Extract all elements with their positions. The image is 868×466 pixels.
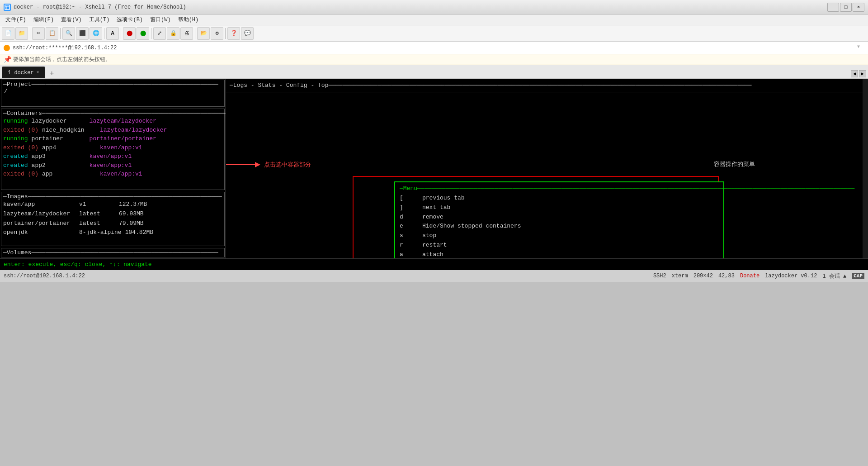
status-2: running — [3, 134, 28, 143]
images-title: ─Images─────────────────────────────────… — [3, 193, 222, 200]
image-row-1: lazyteam/lazydocker latest 69.93MB — [3, 209, 222, 219]
toolbar-print[interactable]: 🖨 — [180, 27, 193, 40]
image-1: lazyteam/lazydocker — [100, 126, 167, 135]
close-button[interactable]: × — [853, 3, 864, 12]
container-row-2[interactable]: running portainer portainer/portainer — [3, 134, 222, 143]
desc-3: Hide/Show stopped containers — [422, 222, 521, 231]
toolbar-chat[interactable]: 💬 — [241, 27, 254, 40]
toolbar-settings[interactable]: ⚙ — [211, 27, 223, 40]
maximize-button[interactable]: □ — [840, 3, 852, 12]
menu-item-0[interactable]: [ previous tab — [400, 194, 719, 203]
tab-close-icon[interactable]: × — [37, 70, 39, 75]
container-row-6[interactable]: exited (0) app kaven/app:v1 — [3, 170, 222, 179]
toolbar-sep-4 — [121, 28, 121, 39]
image-row-3: openjdk 8-jdk-alpine 104.82MB — [3, 228, 222, 238]
menu-view[interactable]: 查看(V) — [57, 15, 85, 24]
scroll-left-arrow[interactable]: ◀ — [851, 70, 858, 77]
menu-item-2[interactable]: d remove — [400, 213, 719, 222]
status-5: created — [3, 161, 28, 170]
img-size-1: 69.93MB — [119, 209, 155, 219]
container-row-5[interactable]: created app2 kaven/app:v1 — [3, 161, 222, 170]
toolbar-lock[interactable]: 🔒 — [167, 27, 179, 40]
desc-5: restart — [422, 241, 447, 250]
toolbar-sep-1 — [30, 28, 30, 39]
svg-rect-0 — [5, 5, 9, 10]
toolbar-folder[interactable]: 📂 — [197, 27, 210, 40]
menu-popup-title: ─Menu───────────────────────────────────… — [400, 185, 719, 192]
image-2: portainer/portainer — [90, 134, 156, 143]
minimize-button[interactable]: ─ — [827, 3, 839, 12]
container-row-1[interactable]: exited (0) nice_hodgkin lazyteam/lazydoc… — [3, 126, 222, 135]
key-3: e — [400, 222, 418, 231]
tab-add-button[interactable]: + — [47, 68, 57, 78]
toolbar-sep-3 — [104, 28, 104, 39]
toolbar-font[interactable]: A — [106, 27, 119, 40]
donate-link[interactable]: Donate — [740, 273, 760, 279]
toolbar-copy[interactable]: 📋 — [46, 27, 58, 40]
key-6: a — [400, 250, 418, 258]
containers-section[interactable]: ─Containers─────────────────────────────… — [1, 109, 225, 190]
hint-text: enter: execute, esc/q: close, ↑↓: naviga… — [4, 261, 152, 268]
menu-item-1[interactable]: ] next tab — [400, 203, 719, 213]
menu-tabs[interactable]: 选项卡(B) — [113, 15, 146, 24]
annotation-right-label: 容器操作的菜单 — [714, 160, 755, 168]
menu-file[interactable]: 文件(F) — [2, 15, 30, 24]
menu-help[interactable]: 帮助(H) — [175, 15, 203, 24]
toolbar-sep-5 — [151, 28, 151, 39]
menu-item-3[interactable]: e Hide/Show stopped containers — [400, 222, 719, 231]
menu-item-6[interactable]: a attach — [400, 250, 719, 258]
status-ssh-path: ssh://root@192.168.1.4:22 — [4, 273, 85, 279]
address-expand[interactable]: ▼ — [857, 44, 864, 52]
name-1: nice_hodgkin — [42, 126, 96, 135]
toolbar-open[interactable]: 📁 — [15, 27, 28, 40]
address-bar: ssh://root:******@192.168.1.4:22 ▼ — [0, 42, 868, 54]
container-row-3[interactable]: exited (0) app4 kaven/app:v1 — [3, 143, 222, 152]
img-name-1: lazyteam/lazydocker — [3, 209, 75, 219]
terminal-scrollbar[interactable] — [863, 79, 868, 258]
toolbar-sep-6 — [195, 28, 195, 39]
address-icon — [4, 45, 10, 51]
version-text: lazydocker v0.12 — [765, 273, 817, 279]
container-row-4[interactable]: created app3 kaven/app:v1 — [3, 152, 222, 161]
annotation-left-text: 点击选中容器部分 — [264, 161, 311, 169]
scroll-right-arrow[interactable]: ▶ — [859, 70, 866, 77]
status-6: exited (0) — [3, 170, 38, 179]
image-5: kaven/app:v1 — [90, 161, 132, 170]
menu-window[interactable]: 窗口(W) — [146, 15, 175, 24]
toolbar-back[interactable]: 🔍 — [62, 27, 75, 40]
status-cursor: 42,83 — [718, 273, 735, 279]
cap-indicator: CAP — [852, 273, 864, 279]
toolbar-help[interactable]: ❓ — [227, 27, 240, 40]
toolbar-globe[interactable]: 🌐 — [90, 27, 102, 40]
right-tabs-label: Logs - Stats - Config - Top — [233, 82, 329, 89]
window-controls: ─ □ × — [827, 3, 864, 12]
scroll-arrows: ◀ ▶ — [851, 70, 866, 78]
volumes-title: ─Volumes────────────────────────────────… — [3, 249, 222, 256]
desc-1: next tab — [422, 203, 450, 213]
toolbar-new[interactable]: 📄 — [2, 27, 14, 40]
toolbar-resize[interactable]: ⤢ — [153, 27, 166, 40]
terminal-area: ─Project────────────────────────────────… — [0, 79, 868, 258]
key-5: r — [400, 241, 418, 250]
toolbar-forward[interactable]: ⬛ — [76, 27, 89, 40]
container-row-0[interactable]: running lazydocker lazyteam/lazydocker — [3, 117, 222, 126]
img-name-3: openjdk — [3, 228, 75, 238]
menu-edit[interactable]: 编辑(E) — [30, 15, 58, 24]
name-4: app3 — [32, 152, 86, 161]
status-bar: ssh://root@192.168.1.4:22 SSH2 xterm 209… — [0, 270, 868, 282]
tabs-bar: 1 docker × + ◀ ▶ — [0, 65, 868, 79]
info-icon: 📌 — [4, 56, 11, 63]
toolbar-mark[interactable]: ⬤ — [137, 27, 149, 40]
toolbar-stop[interactable]: ⬤ — [123, 27, 136, 40]
menu-popup: ─Menu───────────────────────────────────… — [394, 181, 724, 258]
name-6: app — [42, 170, 96, 179]
toolbar-cut[interactable]: ✂ — [32, 27, 45, 40]
menu-item-5[interactable]: r restart — [400, 241, 719, 250]
menu-item-4[interactable]: s stop — [400, 231, 719, 241]
right-top-bar: ─ Logs - Stats - Config - Top ──────────… — [226, 79, 868, 92]
tab-docker[interactable]: 1 docker × — [2, 67, 45, 78]
annotation-right-text: 容器操作的菜单 — [714, 161, 755, 168]
menu-tools[interactable]: 工具(T) — [85, 15, 113, 24]
project-section: ─Project────────────────────────────────… — [1, 80, 225, 107]
status-protocol: SSH2 — [653, 273, 666, 279]
